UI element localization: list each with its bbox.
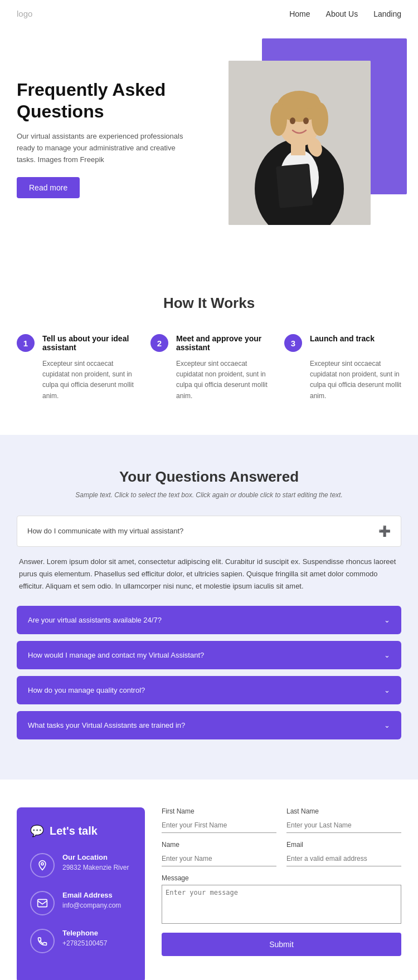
phone-info: Telephone +27825100457 bbox=[62, 929, 107, 947]
chevron-down-icon-3: ⌄ bbox=[384, 721, 390, 729]
step-3-header: 3 Launch and track bbox=[284, 334, 401, 352]
step-3-title: Launch and track bbox=[310, 334, 375, 343]
how-it-works-section: How It Works 1 Tell us about your ideal … bbox=[0, 261, 418, 435]
step-1-number: 1 bbox=[17, 334, 35, 352]
svg-rect-12 bbox=[276, 164, 313, 208]
name-label: Name bbox=[162, 841, 276, 849]
step-2-desc: Excepteur sint occaecat cupidatat non pr… bbox=[150, 359, 268, 401]
faq-item-1[interactable]: How would I manage and contact my Virtua… bbox=[17, 641, 401, 669]
email-group: Email bbox=[286, 841, 401, 866]
nav-about[interactable]: About Us bbox=[326, 9, 358, 18]
location-info: Our Location 29832 Makenzie River bbox=[62, 853, 129, 871]
step-1: 1 Tell us about your ideal assistant Exc… bbox=[17, 334, 134, 401]
email-item: Email Address info@company.com bbox=[30, 891, 132, 915]
chevron-down-icon-2: ⌄ bbox=[384, 686, 390, 694]
steps-container: 1 Tell us about your ideal assistant Exc… bbox=[17, 334, 401, 401]
email-input[interactable] bbox=[286, 851, 401, 866]
faq-item-3-label: What tasks your Virtual Assistants are t… bbox=[28, 721, 185, 729]
last-name-label: Last Name bbox=[286, 807, 401, 815]
hero-text: Frequently Asked Questions Our virtual a… bbox=[17, 79, 184, 198]
how-it-works-title: How It Works bbox=[17, 295, 401, 312]
svg-point-8 bbox=[299, 93, 319, 109]
faq-first-icon: ➕ bbox=[378, 525, 391, 537]
chat-icon: 💬 bbox=[30, 824, 44, 837]
chevron-down-icon-0: ⌄ bbox=[384, 616, 390, 624]
email-label: Email Address bbox=[62, 891, 121, 899]
nav-landing[interactable]: Landing bbox=[373, 9, 401, 18]
hero-title: Frequently Asked Questions bbox=[17, 79, 184, 122]
phone-icon-wrap bbox=[30, 929, 55, 953]
first-name-group: First Name bbox=[162, 807, 276, 833]
faq-item-3[interactable]: What tasks your Virtual Assistants are t… bbox=[17, 711, 401, 739]
logo: logo bbox=[17, 9, 32, 18]
phone-icon bbox=[37, 935, 48, 947]
faq-item-2[interactable]: How do you manage quality control? ⌄ bbox=[17, 676, 401, 704]
phone-value: +27825100457 bbox=[62, 939, 107, 947]
message-textarea[interactable] bbox=[162, 885, 401, 924]
faq-subtitle: Sample text. Click to select the text bo… bbox=[17, 491, 401, 499]
read-more-button[interactable]: Read more bbox=[17, 177, 80, 198]
svg-point-9 bbox=[290, 117, 295, 124]
faq-first-question: How do I communicate with my virtual ass… bbox=[27, 527, 183, 535]
form-row-2: Name Email bbox=[162, 841, 401, 866]
message-group: Message bbox=[162, 874, 401, 926]
step-1-header: 1 Tell us about your ideal assistant bbox=[17, 334, 134, 352]
lets-talk-label: Let's talk bbox=[50, 825, 98, 837]
faq-item-0-label: Are your virtual assistants available 24… bbox=[28, 616, 162, 624]
location-item: Our Location 29832 Makenzie River bbox=[30, 853, 132, 878]
svg-point-13 bbox=[41, 863, 43, 865]
location-icon-wrap bbox=[30, 853, 55, 878]
faq-item-0[interactable]: Are your virtual assistants available 24… bbox=[17, 606, 401, 634]
step-1-title: Tell us about your ideal assistant bbox=[42, 334, 134, 352]
phone-item: Telephone +27825100457 bbox=[30, 929, 132, 953]
navbar: logo Home About Us Landing bbox=[0, 0, 418, 27]
faq-answer: Answer. Lorem ipsum dolor sit amet, cons… bbox=[17, 556, 401, 592]
email-field-label: Email bbox=[286, 841, 401, 849]
hero-section: Frequently Asked Questions Our virtual a… bbox=[0, 27, 418, 261]
location-value: 29832 Makenzie River bbox=[62, 864, 129, 871]
location-icon bbox=[37, 860, 48, 871]
form-row-1: First Name Last Name bbox=[162, 807, 401, 833]
step-3-number: 3 bbox=[284, 334, 302, 352]
faq-first-item[interactable]: How do I communicate with my virtual ass… bbox=[17, 516, 401, 547]
hero-description: Our virtual assistants are experienced p… bbox=[17, 131, 184, 165]
contact-card-title: 💬 Let's talk bbox=[30, 824, 132, 837]
nav-home[interactable]: Home bbox=[289, 9, 310, 18]
nav-links: Home About Us Landing bbox=[289, 9, 401, 18]
email-icon-wrap bbox=[30, 891, 55, 915]
email-icon bbox=[37, 898, 48, 909]
message-label: Message bbox=[162, 874, 401, 882]
first-name-input[interactable] bbox=[162, 818, 276, 833]
name-input[interactable] bbox=[162, 851, 276, 866]
step-2-number: 2 bbox=[150, 334, 168, 352]
svg-rect-14 bbox=[38, 899, 47, 906]
phone-label: Telephone bbox=[62, 929, 107, 937]
submit-button[interactable]: Submit bbox=[162, 933, 401, 956]
contact-section: 💬 Let's talk Our Location 29832 Makenzie… bbox=[0, 780, 418, 980]
location-label: Our Location bbox=[62, 853, 129, 861]
faq-title: Your Questions Answered bbox=[17, 468, 401, 486]
faq-section: Your Questions Answered Sample text. Cli… bbox=[0, 435, 418, 780]
last-name-group: Last Name bbox=[286, 807, 401, 833]
step-1-desc: Excepteur sint occaecat cupidatat non pr… bbox=[17, 359, 134, 401]
last-name-input[interactable] bbox=[286, 818, 401, 833]
step-2: 2 Meet and approve your assistant Except… bbox=[150, 334, 268, 401]
faq-item-2-label: How do you manage quality control? bbox=[28, 686, 145, 694]
name-group: Name bbox=[162, 841, 276, 866]
faq-item-1-label: How would I manage and contact my Virtua… bbox=[28, 651, 204, 659]
contact-form: First Name Last Name Name Email Message … bbox=[162, 807, 401, 956]
step-2-header: 2 Meet and approve your assistant bbox=[150, 334, 268, 352]
hero-image-wrap bbox=[229, 50, 401, 228]
step-3: 3 Launch and track Excepteur sint occaec… bbox=[284, 334, 401, 401]
first-name-label: First Name bbox=[162, 807, 276, 815]
email-info: Email Address info@company.com bbox=[62, 891, 121, 909]
hero-image bbox=[229, 61, 371, 225]
chevron-down-icon-1: ⌄ bbox=[384, 651, 390, 659]
contact-card: 💬 Let's talk Our Location 29832 Makenzie… bbox=[17, 807, 145, 980]
step-3-desc: Excepteur sint occaecat cupidatat non pr… bbox=[284, 359, 401, 401]
svg-point-10 bbox=[303, 117, 309, 124]
email-value: info@company.com bbox=[62, 901, 121, 909]
step-2-title: Meet and approve your assistant bbox=[176, 334, 268, 352]
svg-point-6 bbox=[270, 102, 287, 136]
